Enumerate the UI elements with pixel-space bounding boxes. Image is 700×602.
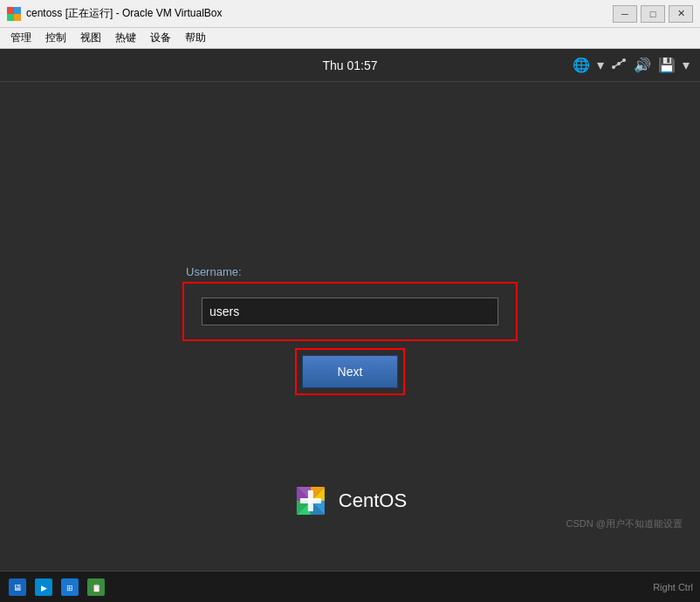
svg-rect-3 (14, 14, 21, 21)
centos-pinwheel-icon (293, 483, 328, 518)
bottom-icons: 🖥 ▶ ⊞ 📋 (7, 577, 106, 598)
window-controls: ─ □ ✕ (613, 5, 693, 23)
vm-content: Username: Next (0, 82, 700, 571)
login-container: Username: Next (182, 265, 518, 388)
vm-clock: Thu 01:57 (322, 58, 377, 72)
app-icon (7, 7, 21, 21)
svg-rect-0 (7, 7, 14, 14)
taskbar-icon-3[interactable]: ⊞ (59, 577, 80, 598)
menu-bar: 管理 控制 视图 热键 设备 帮助 (0, 28, 700, 49)
vm-statusbar-bottom: 🖥 ▶ ⊞ 📋 Right (0, 571, 700, 602)
network-dropdown-icon[interactable]: ▾ (597, 57, 604, 73)
menu-control[interactable]: 控制 (38, 29, 73, 47)
menu-device[interactable]: 设备 (143, 29, 178, 47)
centos-logo: CentOS (293, 483, 407, 518)
svg-rect-1 (14, 7, 21, 14)
svg-text:🖥: 🖥 (13, 583, 22, 592)
minimize-button[interactable]: ─ (613, 5, 637, 23)
audio-icon[interactable]: 🔊 (634, 57, 651, 73)
network-icon[interactable]: 🌐 (573, 57, 590, 73)
vm-statusbar-top: Thu 01:57 🌐 ▾ 🔊 💾 ▾ (0, 49, 700, 82)
input-highlight-box (182, 282, 518, 341)
svg-text:▶: ▶ (41, 584, 47, 592)
title-bar: centoss [正在运行] - Oracle VM VirtualBox ─ … (0, 0, 700, 28)
taskbar-icon-4[interactable]: 📋 (86, 577, 106, 598)
close-button[interactable]: ✕ (669, 5, 693, 23)
svg-rect-10 (300, 498, 321, 503)
centos-logo-text: CentOS (339, 489, 407, 512)
menu-manage[interactable]: 管理 (3, 29, 38, 47)
watermark: CSDN @用户不知道能设置 (566, 517, 683, 530)
storage-icon[interactable]: 💾 (658, 57, 676, 73)
username-input[interactable] (202, 298, 498, 325)
taskbar-icon-1[interactable]: 🖥 (7, 577, 28, 598)
menu-hotkey[interactable]: 热键 (108, 29, 143, 47)
username-label: Username: (186, 265, 242, 278)
menu-view[interactable]: 视图 (73, 29, 108, 47)
connection-icon[interactable] (611, 58, 627, 73)
menu-help[interactable]: 帮助 (178, 29, 213, 47)
svg-text:📋: 📋 (92, 583, 102, 593)
svg-rect-2 (7, 14, 14, 21)
vm-area: Thu 01:57 🌐 ▾ 🔊 💾 ▾ Username: (0, 49, 700, 602)
taskbar-icon-2[interactable]: ▶ (33, 577, 54, 598)
vm-status-icons: 🌐 ▾ 🔊 💾 ▾ (573, 57, 690, 73)
svg-text:⊞: ⊞ (66, 584, 73, 592)
next-button[interactable]: Next (302, 355, 399, 388)
storage-dropdown-icon[interactable]: ▾ (683, 57, 690, 73)
next-btn-wrapper: Next (302, 355, 399, 388)
maximize-button[interactable]: □ (641, 5, 665, 23)
right-ctrl-label: Right Ctrl (653, 582, 693, 592)
window-title: centoss [正在运行] - Oracle VM VirtualBox (26, 6, 613, 21)
svg-line-7 (614, 64, 619, 67)
svg-line-8 (619, 60, 624, 64)
